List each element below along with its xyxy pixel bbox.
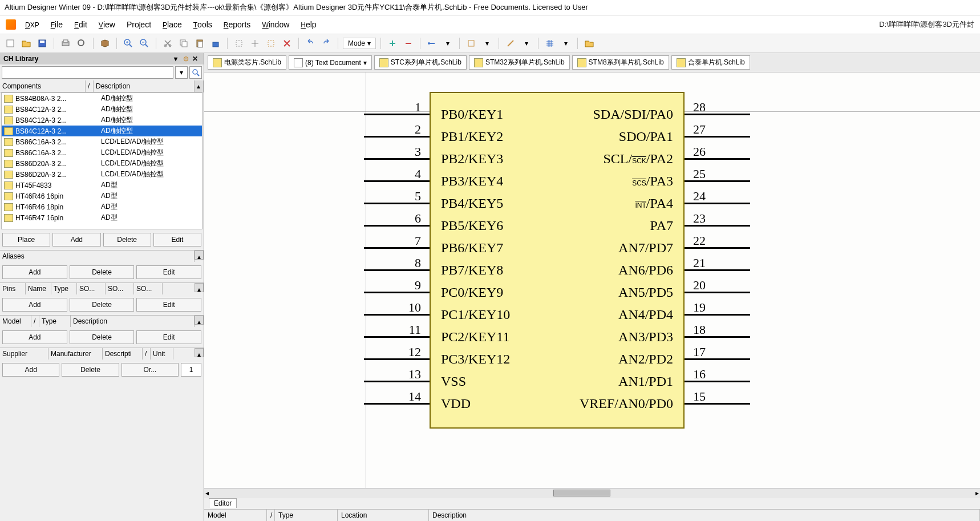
- pins-name-col[interactable]: Name: [26, 283, 51, 294]
- document-tab[interactable]: (8) Text Document▾: [289, 55, 372, 70]
- menu-tools[interactable]: Tools: [189, 19, 217, 30]
- pins-col[interactable]: Pins: [0, 283, 26, 294]
- pins-so1-col[interactable]: SO...: [77, 283, 106, 294]
- bottom-sort-col[interactable]: /: [267, 510, 275, 521]
- horizontal-scrollbar[interactable]: ◂ ▸: [204, 488, 980, 498]
- plus-icon[interactable]: [386, 37, 399, 50]
- schematic-canvas[interactable]: 1PB0/KEY12PB1/KEY23PB2/KEY34PB3/KEY45PB4…: [204, 72, 980, 488]
- document-tab[interactable]: 合泰单片机.SchLib: [671, 55, 750, 70]
- edit-button[interactable]: Edit: [153, 233, 201, 247]
- place-button[interactable]: Place: [2, 233, 50, 247]
- supplier-delete-button[interactable]: Delete: [62, 363, 119, 377]
- duplicate-icon[interactable]: [209, 37, 222, 50]
- scroll-up-icon[interactable]: ▴: [195, 80, 204, 92]
- supplier-or-button[interactable]: Or...: [122, 363, 179, 377]
- pin-dropdown-icon[interactable]: ▾: [441, 37, 455, 50]
- unit-col[interactable]: Unit: [151, 348, 173, 360]
- component-row[interactable]: HT46R47 16pinAD型: [2, 212, 202, 223]
- document-tab[interactable]: STM32系列单片机.SchLib: [469, 55, 570, 70]
- scrollbar-thumb[interactable]: [553, 490, 610, 496]
- new-icon[interactable]: [3, 37, 17, 50]
- move-icon[interactable]: [248, 37, 262, 50]
- col-description[interactable]: Description: [94, 80, 195, 92]
- component-row[interactable]: HT45F4833AD型: [2, 180, 202, 191]
- menu-place[interactable]: Place: [158, 19, 187, 30]
- ieee-icon[interactable]: [464, 37, 478, 50]
- clear-icon[interactable]: [280, 37, 294, 50]
- menu-edit[interactable]: Edit: [70, 19, 92, 30]
- pins-type-col[interactable]: Type: [51, 283, 77, 294]
- draw-dropdown-icon[interactable]: ▾: [520, 37, 533, 50]
- pins-so3-col[interactable]: SO...: [134, 283, 163, 294]
- copy-icon[interactable]: [177, 37, 191, 50]
- bottom-model-col[interactable]: Model: [204, 510, 267, 521]
- component-row[interactable]: BS86D20A-3 2...LCD/LED/AD/触控型: [2, 158, 202, 169]
- model-col[interactable]: Model: [0, 316, 31, 327]
- bottom-type-col[interactable]: Type: [275, 510, 338, 521]
- menu-window[interactable]: Window: [257, 19, 294, 30]
- menu-help[interactable]: Help: [296, 19, 321, 30]
- editor-tab[interactable]: Editor: [209, 498, 237, 508]
- model-type-col[interactable]: Type: [39, 316, 71, 327]
- chevron-down-icon[interactable]: ▾: [363, 59, 367, 67]
- preview-icon[interactable]: [75, 37, 88, 50]
- redo-icon[interactable]: [319, 37, 333, 50]
- menu-project[interactable]: Project: [122, 19, 156, 30]
- paste-icon[interactable]: [193, 37, 206, 50]
- quantity-stepper[interactable]: [181, 363, 201, 377]
- supsort-col[interactable]: /: [143, 348, 151, 360]
- menu-file[interactable]: File: [46, 19, 67, 30]
- scroll-icon[interactable]: ▴: [195, 316, 204, 325]
- component-row[interactable]: BS84C12A-3 2...AD/触控型: [2, 126, 202, 136]
- menu-dxp[interactable]: DXP: [21, 19, 44, 30]
- grid-icon[interactable]: [543, 37, 557, 50]
- menu-reports[interactable]: Reports: [219, 19, 256, 30]
- aliases-add-button[interactable]: Add: [2, 265, 67, 279]
- scroll-icon[interactable]: ▴: [195, 283, 204, 292]
- minus-icon[interactable]: [402, 37, 415, 50]
- folder-tool-icon[interactable]: [582, 37, 596, 50]
- supdesc-col[interactable]: Descripti: [103, 348, 143, 360]
- component-row[interactable]: BS84C12A-3 2...AD/触控型: [2, 104, 202, 115]
- component-row[interactable]: HT46R46 16pinAD型: [2, 191, 202, 201]
- zoom-in-icon[interactable]: [122, 37, 135, 50]
- ieee-dropdown-icon[interactable]: ▾: [480, 37, 494, 50]
- component-row[interactable]: BS84B08A-3 2...AD/触控型: [2, 93, 202, 104]
- document-tab[interactable]: STC系列单片机.SchLib: [374, 55, 467, 70]
- open-icon[interactable]: [19, 37, 33, 50]
- component-row[interactable]: HT46R46 18pinAD型: [2, 201, 202, 212]
- cut-icon[interactable]: [161, 37, 175, 50]
- panel-close-icon[interactable]: ✕: [192, 55, 200, 63]
- select-icon[interactable]: [232, 37, 246, 50]
- aliases-header[interactable]: Aliases: [0, 251, 195, 262]
- scroll-left-icon[interactable]: ◂: [205, 489, 209, 497]
- browse-icon[interactable]: [98, 37, 112, 50]
- search-button[interactable]: [189, 66, 202, 79]
- component-row[interactable]: BS86C16A-3 2...LCD/LED/AD/触控型: [2, 147, 202, 158]
- pins-add-button[interactable]: Add: [2, 298, 67, 312]
- scroll-icon[interactable]: ▴: [195, 251, 204, 260]
- col-components[interactable]: Components: [0, 80, 86, 92]
- model-delete-button[interactable]: Delete: [70, 330, 135, 344]
- pins-delete-button[interactable]: Delete: [70, 298, 135, 312]
- supplier-col[interactable]: Supplier: [0, 348, 48, 360]
- delete-button[interactable]: Delete: [103, 233, 151, 247]
- menu-view[interactable]: View: [94, 19, 120, 30]
- draw-tool-icon[interactable]: [504, 37, 517, 50]
- component-row[interactable]: BS86C16A-3 2...LCD/LED/AD/触控型: [2, 136, 202, 147]
- component-row[interactable]: BS84C12A-3 2...AD/触控型: [2, 115, 202, 126]
- search-dropdown-icon[interactable]: ▾: [175, 66, 188, 79]
- aliases-delete-button[interactable]: Delete: [70, 265, 135, 279]
- mode-dropdown[interactable]: Mode ▾: [343, 38, 376, 49]
- bottom-location-col[interactable]: Location: [338, 510, 429, 521]
- aliases-edit-button[interactable]: Edit: [136, 265, 201, 279]
- add-button[interactable]: Add: [52, 233, 100, 247]
- scroll-icon[interactable]: ▴: [195, 348, 204, 357]
- component-row[interactable]: BS86D20A-3 2...LCD/LED/AD/触控型: [2, 169, 202, 180]
- scroll-right-icon[interactable]: ▸: [975, 489, 979, 497]
- model-desc-col[interactable]: Description: [71, 316, 195, 327]
- col-sort[interactable]: /: [86, 80, 94, 92]
- document-tab[interactable]: 电源类芯片.SchLib: [208, 55, 286, 70]
- model-edit-button[interactable]: Edit: [136, 330, 201, 344]
- supplier-add-button[interactable]: Add: [2, 363, 59, 377]
